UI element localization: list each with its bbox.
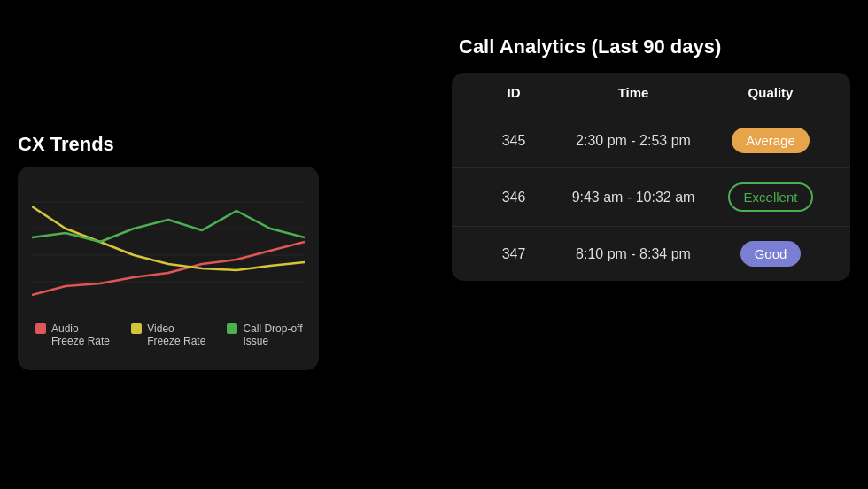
- call-dropoff-label: Call Drop-off Issue: [243, 322, 305, 347]
- row-2-id: 346: [469, 190, 558, 206]
- video-freeze-line: [32, 206, 305, 270]
- row-1-time: 2:30 pm - 2:53 pm: [558, 133, 709, 149]
- cx-trends-panel: CX Trends Audio Freeze Rate Video Freeze…: [18, 133, 319, 370]
- call-analytics-title: Call Analytics (Last 90 days): [452, 35, 850, 58]
- quality-badge-excellent: Excellent: [728, 182, 814, 212]
- table-row: 346 9:43 am - 10:32 am Excellent: [452, 168, 850, 227]
- trend-chart: [32, 184, 305, 308]
- header-quality: Quality: [709, 85, 833, 100]
- audio-freeze-dot: [35, 323, 46, 334]
- table-header: ID Time Quality: [452, 73, 850, 113]
- chart-container: Audio Freeze Rate Video Freeze Rate Call…: [18, 167, 319, 370]
- audio-freeze-label: Audio Freeze Rate: [51, 322, 113, 347]
- call-dropoff-line: [32, 211, 305, 242]
- header-time: Time: [558, 85, 709, 100]
- row-3-time: 8:10 pm - 8:34 pm: [558, 246, 709, 262]
- row-1-quality: Average: [709, 128, 833, 153]
- audio-freeze-line: [32, 242, 305, 295]
- chart-legend: Audio Freeze Rate Video Freeze Rate Call…: [32, 322, 305, 347]
- call-analytics-panel: Call Analytics (Last 90 days) ID Time Qu…: [452, 35, 850, 281]
- call-dropoff-dot: [227, 323, 237, 334]
- legend-audio-freeze: Audio Freeze Rate: [35, 322, 113, 347]
- video-freeze-label: Video Freeze Rate: [147, 322, 209, 347]
- row-3-quality: Good: [709, 241, 833, 267]
- cx-trends-title: CX Trends: [18, 133, 319, 156]
- row-1-id: 345: [469, 133, 558, 149]
- quality-badge-good: Good: [740, 241, 802, 267]
- analytics-table: ID Time Quality 345 2:30 pm - 2:53 pm Av…: [452, 73, 850, 281]
- table-row: 347 8:10 pm - 8:34 pm Good: [452, 227, 850, 281]
- quality-badge-average: Average: [732, 128, 810, 153]
- row-2-quality: Excellent: [709, 182, 833, 212]
- table-row: 345 2:30 pm - 2:53 pm Average: [452, 113, 850, 168]
- legend-call-dropoff: Call Drop-off Issue: [227, 322, 305, 347]
- row-3-id: 347: [469, 246, 558, 262]
- video-freeze-dot: [131, 323, 142, 334]
- row-2-time: 9:43 am - 10:32 am: [558, 190, 709, 206]
- legend-video-freeze: Video Freeze Rate: [131, 322, 209, 347]
- header-id: ID: [469, 85, 558, 100]
